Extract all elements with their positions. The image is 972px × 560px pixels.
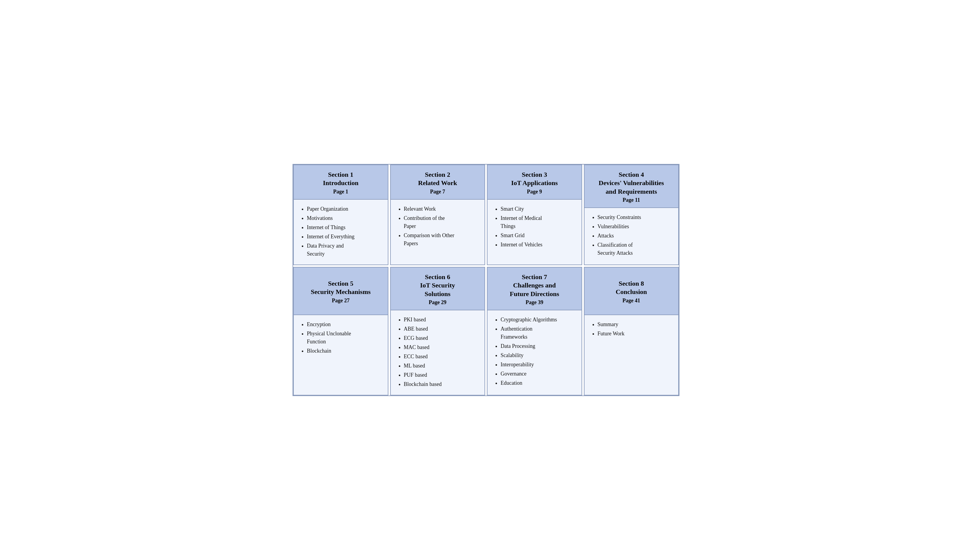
section-card-1: Section 1IntroductionPage 1Paper Organiz… (293, 165, 388, 265)
section-1-item-1: Paper Organization (307, 205, 382, 213)
section-3-item-4: Internet of Vehicles (500, 241, 576, 249)
section-title-8: Section 8Conclusion (588, 279, 675, 297)
section-list-7: Cryptographic AlgorithmsAuthenticationFr… (495, 316, 576, 387)
section-body-1: Paper OrganizationMotivationsInternet of… (294, 200, 388, 265)
section-page-5: Page 27 (297, 298, 384, 304)
section-page-2: Page 7 (394, 188, 481, 195)
section-title-4: Section 4Devices' Vulnerabilitiesand Req… (588, 170, 675, 196)
section-header-3: Section 3IoT ApplicationsPage 9 (487, 165, 582, 200)
section-5-item-2: Physical UnclonableFunction (307, 330, 382, 346)
section-1-item-4: Internet of Everything (307, 233, 382, 241)
section-body-5: EncryptionPhysical UnclonableFunctionBlo… (294, 315, 388, 395)
section-page-7: Page 39 (491, 299, 578, 306)
section-card-5: Section 5Security MechanismsPage 27Encry… (293, 267, 388, 396)
section-card-4: Section 4Devices' Vulnerabilitiesand Req… (584, 165, 679, 265)
section-1-item-5: Data Privacy andSecurity (307, 242, 382, 258)
section-header-6: Section 6IoT SecuritySolutionsPage 29 (391, 268, 485, 311)
section-header-8: Section 8ConclusionPage 41 (585, 268, 679, 315)
section-6-item-6: ML based (404, 362, 479, 370)
section-body-6: PKI basedABE basedECG basedMAC basedECC … (391, 310, 485, 395)
section-header-5: Section 5Security MechanismsPage 27 (294, 268, 388, 315)
section-3-item-1: Smart City (500, 205, 576, 213)
section-header-1: Section 1IntroductionPage 1 (294, 165, 388, 200)
section-page-8: Page 41 (588, 298, 675, 304)
section-card-3: Section 3IoT ApplicationsPage 9Smart Cit… (487, 165, 582, 265)
section-6-item-4: MAC based (404, 343, 479, 352)
section-title-6: Section 6IoT SecuritySolutions (394, 273, 481, 298)
section-7-item-1: Cryptographic Algorithms (500, 316, 576, 324)
section-4-item-1: Security Constraints (598, 213, 673, 222)
section-list-4: Security ConstraintsVulnerabilitiesAttac… (592, 213, 673, 257)
section-card-2: Section 2Related WorkPage 7Relevant Work… (390, 165, 485, 265)
section-card-7: Section 7Challenges andFuture Directions… (487, 267, 582, 396)
section-list-6: PKI basedABE basedECG basedMAC basedECC … (398, 316, 479, 388)
section-title-7: Section 7Challenges andFuture Directions (491, 273, 578, 298)
section-list-1: Paper OrganizationMotivationsInternet of… (301, 205, 382, 258)
section-7-item-7: Education (500, 379, 576, 387)
section-title-3: Section 3IoT Applications (491, 170, 578, 187)
section-body-4: Security ConstraintsVulnerabilitiesAttac… (585, 208, 679, 264)
section-title-2: Section 2Related Work (394, 170, 481, 187)
section-5-item-3: Blockchain (307, 347, 382, 355)
section-6-item-2: ABE based (404, 325, 479, 333)
section-6-item-7: PUF based (404, 371, 479, 379)
section-7-item-5: Interoperability (500, 361, 576, 369)
section-1-item-2: Motivations (307, 214, 382, 222)
section-8-item-2: Future Work (598, 330, 673, 338)
section-2-item-1: Relevant Work (404, 205, 479, 213)
section-body-3: Smart CityInternet of MedicalThingsSmart… (487, 200, 582, 265)
section-7-item-2: AuthenticationFrameworks (500, 325, 576, 341)
section-8-item-1: Summary (598, 320, 673, 328)
section-1-item-3: Internet of Things (307, 223, 382, 232)
section-page-6: Page 29 (394, 299, 481, 306)
section-6-item-3: ECG based (404, 334, 479, 342)
section-7-item-6: Governance (500, 370, 576, 378)
section-7-item-3: Data Processing (500, 342, 576, 350)
section-5-item-1: Encryption (307, 320, 382, 328)
section-page-4: Page 11 (588, 197, 675, 203)
section-header-2: Section 2Related WorkPage 7 (391, 165, 485, 200)
section-list-2: Relevant WorkContribution of thePaperCom… (398, 205, 479, 248)
section-page-1: Page 1 (297, 188, 384, 195)
section-header-4: Section 4Devices' Vulnerabilitiesand Req… (585, 165, 679, 208)
section-body-8: SummaryFuture Work (585, 315, 679, 395)
section-card-8: Section 8ConclusionPage 41SummaryFuture … (584, 267, 679, 396)
section-title-5: Section 5Security Mechanisms (297, 279, 384, 297)
section-3-item-2: Internet of MedicalThings (500, 214, 576, 230)
section-6-item-1: PKI based (404, 316, 479, 324)
section-3-item-3: Smart Grid (500, 232, 576, 240)
section-2-item-3: Comparison with OtherPapers (404, 232, 479, 248)
section-header-7: Section 7Challenges andFuture Directions… (487, 268, 582, 311)
section-body-2: Relevant WorkContribution of thePaperCom… (391, 200, 485, 265)
section-2-item-2: Contribution of thePaper (404, 214, 479, 230)
section-6-item-5: ECC based (404, 353, 479, 361)
section-list-5: EncryptionPhysical UnclonableFunctionBlo… (301, 320, 382, 355)
section-list-3: Smart CityInternet of MedicalThingsSmart… (495, 205, 576, 249)
section-body-7: Cryptographic AlgorithmsAuthenticationFr… (487, 310, 582, 395)
section-4-item-4: Classification ofSecurity Attacks (598, 241, 673, 257)
section-title-1: Section 1Introduction (297, 170, 384, 187)
section-card-6: Section 6IoT SecuritySolutionsPage 29PKI… (390, 267, 485, 396)
section-page-3: Page 9 (491, 188, 578, 195)
section-list-8: SummaryFuture Work (592, 320, 673, 338)
section-6-item-8: Blockchain based (404, 380, 479, 388)
section-4-item-2: Vulnerabilities (598, 223, 673, 231)
section-7-item-4: Scalability (500, 352, 576, 360)
section-4-item-3: Attacks (598, 232, 673, 240)
sections-grid: Section 1IntroductionPage 1Paper Organiz… (293, 164, 679, 396)
